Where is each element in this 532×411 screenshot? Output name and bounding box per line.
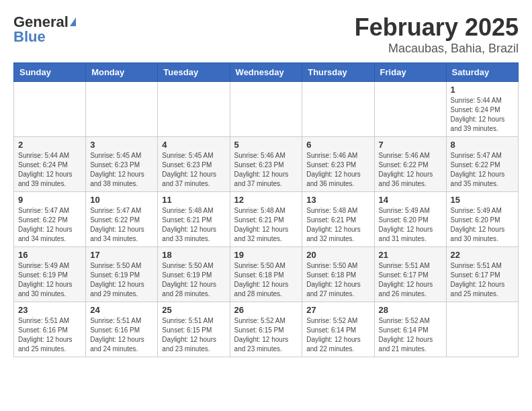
day-number: 17 (90, 250, 153, 260)
day-number: 7 (379, 140, 442, 150)
day-info: Sunrise: 5:45 AM Sunset: 6:23 PM Dayligh… (162, 151, 225, 189)
day-info: Sunrise: 5:50 AM Sunset: 6:18 PM Dayligh… (306, 261, 369, 299)
day-number: 20 (306, 250, 369, 260)
table-row: 2Sunrise: 5:44 AM Sunset: 6:24 PM Daylig… (14, 137, 86, 192)
col-thursday: Thursday (302, 63, 374, 82)
col-wednesday: Wednesday (230, 63, 302, 82)
day-info: Sunrise: 5:50 AM Sunset: 6:18 PM Dayligh… (234, 261, 298, 299)
table-row: 1Sunrise: 5:44 AM Sunset: 6:24 PM Daylig… (446, 82, 518, 137)
table-row (230, 82, 302, 137)
day-info: Sunrise: 5:51 AM Sunset: 6:17 PM Dayligh… (379, 261, 442, 299)
table-row (446, 302, 518, 357)
day-info: Sunrise: 5:47 AM Sunset: 6:22 PM Dayligh… (451, 151, 514, 189)
table-row: 26Sunrise: 5:52 AM Sunset: 6:15 PM Dayli… (230, 302, 302, 357)
table-row (86, 82, 158, 137)
calendar-week-row: 1Sunrise: 5:44 AM Sunset: 6:24 PM Daylig… (14, 82, 519, 137)
day-number: 8 (451, 140, 514, 150)
table-row: 3Sunrise: 5:45 AM Sunset: 6:23 PM Daylig… (86, 137, 158, 192)
day-number: 23 (18, 305, 81, 315)
day-number: 24 (90, 305, 153, 315)
day-number: 2 (18, 140, 81, 150)
location-title: Macaubas, Bahia, Brazil (355, 42, 519, 56)
day-number: 21 (379, 250, 442, 260)
day-info: Sunrise: 5:52 AM Sunset: 6:14 PM Dayligh… (306, 316, 369, 354)
table-row: 23Sunrise: 5:51 AM Sunset: 6:16 PM Dayli… (14, 302, 86, 357)
day-number: 28 (379, 305, 442, 315)
table-row: 15Sunrise: 5:49 AM Sunset: 6:20 PM Dayli… (446, 192, 518, 247)
table-row: 21Sunrise: 5:51 AM Sunset: 6:17 PM Dayli… (374, 247, 446, 302)
day-number: 15 (451, 195, 514, 205)
table-row: 16Sunrise: 5:49 AM Sunset: 6:19 PM Dayli… (14, 247, 86, 302)
table-row (14, 82, 86, 137)
table-row: 7Sunrise: 5:46 AM Sunset: 6:22 PM Daylig… (374, 137, 446, 192)
day-info: Sunrise: 5:52 AM Sunset: 6:15 PM Dayligh… (234, 316, 298, 354)
day-number: 19 (234, 250, 298, 260)
day-info: Sunrise: 5:51 AM Sunset: 6:15 PM Dayligh… (162, 316, 225, 354)
calendar: Sunday Monday Tuesday Wednesday Thursday… (13, 62, 519, 357)
logo-blue-text: Blue (13, 28, 46, 46)
day-info: Sunrise: 5:51 AM Sunset: 6:17 PM Dayligh… (451, 261, 514, 299)
table-row: 24Sunrise: 5:51 AM Sunset: 6:16 PM Dayli… (86, 302, 158, 357)
table-row: 18Sunrise: 5:50 AM Sunset: 6:19 PM Dayli… (158, 247, 230, 302)
day-number: 5 (234, 140, 298, 150)
table-row: 14Sunrise: 5:49 AM Sunset: 6:20 PM Dayli… (374, 192, 446, 247)
day-info: Sunrise: 5:45 AM Sunset: 6:23 PM Dayligh… (90, 151, 153, 189)
table-row: 9Sunrise: 5:47 AM Sunset: 6:22 PM Daylig… (14, 192, 86, 247)
table-row: 17Sunrise: 5:50 AM Sunset: 6:19 PM Dayli… (86, 247, 158, 302)
day-info: Sunrise: 5:51 AM Sunset: 6:16 PM Dayligh… (90, 316, 153, 354)
day-info: Sunrise: 5:52 AM Sunset: 6:14 PM Dayligh… (379, 316, 442, 354)
day-number: 16 (18, 250, 81, 260)
table-row: 8Sunrise: 5:47 AM Sunset: 6:22 PM Daylig… (446, 137, 518, 192)
day-info: Sunrise: 5:46 AM Sunset: 6:23 PM Dayligh… (306, 151, 369, 189)
col-friday: Friday (374, 63, 446, 82)
day-number: 1 (451, 85, 514, 95)
title-area: February 2025 Macaubas, Bahia, Brazil (355, 13, 519, 56)
day-info: Sunrise: 5:51 AM Sunset: 6:16 PM Dayligh… (18, 316, 81, 354)
table-row: 11Sunrise: 5:48 AM Sunset: 6:21 PM Dayli… (158, 192, 230, 247)
table-row: 19Sunrise: 5:50 AM Sunset: 6:18 PM Dayli… (230, 247, 302, 302)
day-number: 18 (162, 250, 225, 260)
header: General Blue February 2025 Macaubas, Bah… (13, 13, 519, 56)
day-info: Sunrise: 5:48 AM Sunset: 6:21 PM Dayligh… (306, 206, 369, 244)
day-info: Sunrise: 5:44 AM Sunset: 6:24 PM Dayligh… (18, 151, 81, 189)
day-number: 9 (18, 195, 81, 205)
table-row: 6Sunrise: 5:46 AM Sunset: 6:23 PM Daylig… (302, 137, 374, 192)
month-title: February 2025 (355, 13, 519, 42)
logo-triangle-icon (70, 17, 76, 26)
calendar-header-row: Sunday Monday Tuesday Wednesday Thursday… (14, 63, 519, 82)
table-row: 28Sunrise: 5:52 AM Sunset: 6:14 PM Dayli… (374, 302, 446, 357)
table-row (158, 82, 230, 137)
day-number: 10 (90, 195, 153, 205)
day-info: Sunrise: 5:46 AM Sunset: 6:23 PM Dayligh… (234, 151, 298, 189)
day-info: Sunrise: 5:47 AM Sunset: 6:22 PM Dayligh… (18, 206, 81, 244)
day-number: 6 (306, 140, 369, 150)
calendar-week-row: 2Sunrise: 5:44 AM Sunset: 6:24 PM Daylig… (14, 137, 519, 192)
col-saturday: Saturday (446, 63, 518, 82)
day-number: 12 (234, 195, 298, 205)
day-number: 3 (90, 140, 153, 150)
col-sunday: Sunday (14, 63, 86, 82)
table-row: 5Sunrise: 5:46 AM Sunset: 6:23 PM Daylig… (230, 137, 302, 192)
day-number: 4 (162, 140, 225, 150)
table-row: 20Sunrise: 5:50 AM Sunset: 6:18 PM Dayli… (302, 247, 374, 302)
day-info: Sunrise: 5:44 AM Sunset: 6:24 PM Dayligh… (451, 96, 514, 134)
day-number: 22 (451, 250, 514, 260)
day-info: Sunrise: 5:48 AM Sunset: 6:21 PM Dayligh… (162, 206, 225, 244)
col-monday: Monday (86, 63, 158, 82)
day-number: 11 (162, 195, 225, 205)
table-row: 4Sunrise: 5:45 AM Sunset: 6:23 PM Daylig… (158, 137, 230, 192)
day-number: 25 (162, 305, 225, 315)
col-tuesday: Tuesday (158, 63, 230, 82)
table-row: 25Sunrise: 5:51 AM Sunset: 6:15 PM Dayli… (158, 302, 230, 357)
table-row: 27Sunrise: 5:52 AM Sunset: 6:14 PM Dayli… (302, 302, 374, 357)
table-row: 22Sunrise: 5:51 AM Sunset: 6:17 PM Dayli… (446, 247, 518, 302)
table-row (374, 82, 446, 137)
table-row (302, 82, 374, 137)
day-info: Sunrise: 5:47 AM Sunset: 6:22 PM Dayligh… (90, 206, 153, 244)
day-info: Sunrise: 5:49 AM Sunset: 6:20 PM Dayligh… (379, 206, 442, 244)
day-number: 14 (379, 195, 442, 205)
table-row: 10Sunrise: 5:47 AM Sunset: 6:22 PM Dayli… (86, 192, 158, 247)
logo: General Blue (13, 13, 76, 46)
calendar-week-row: 16Sunrise: 5:49 AM Sunset: 6:19 PM Dayli… (14, 247, 519, 302)
day-info: Sunrise: 5:49 AM Sunset: 6:19 PM Dayligh… (18, 261, 81, 299)
